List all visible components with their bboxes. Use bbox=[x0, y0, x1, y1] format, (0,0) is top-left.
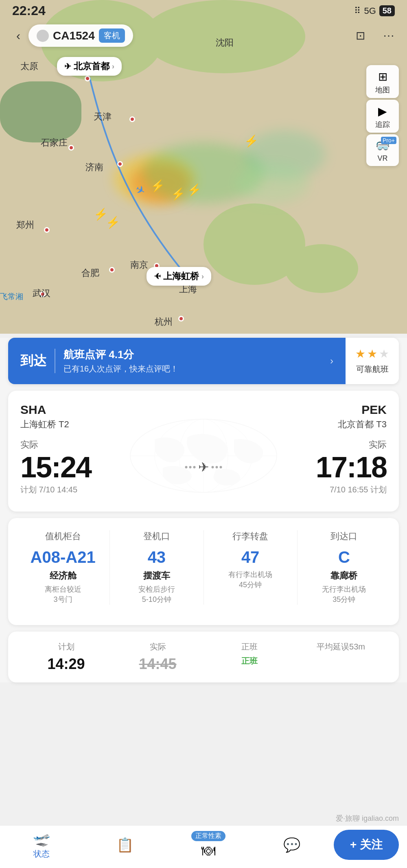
footer-planned: 计划 14:29 bbox=[20, 641, 112, 673]
gate-sub: 摆渡车 bbox=[114, 570, 199, 582]
wuhan-label: 武汉 bbox=[33, 287, 50, 300]
bottom-navigation: 🛫 状态 📋 正常性素 🍽 💬 + 关注 bbox=[0, 825, 407, 868]
footer-planned-label: 计划 bbox=[20, 641, 112, 652]
tianjin-dot bbox=[129, 116, 135, 122]
flight-number: CA1524 bbox=[53, 29, 95, 42]
baggage-value: 47 bbox=[208, 548, 293, 566]
footer-actual: 实际 14:45 bbox=[112, 641, 204, 673]
arr-name: 北京首都 T3 bbox=[338, 418, 387, 431]
nav-service-item[interactable]: 正常性素 🍽 bbox=[167, 831, 250, 859]
dep-name: 上海虹桥 T2 bbox=[20, 418, 69, 431]
info-grid-card: 值机柜台 A08-A21 经济舱 离柜台较近 3号门 登机口 43 摆渡车 安检… bbox=[8, 518, 399, 625]
arrival-banner: 到达 航班点评 4.1分 已有16人次点评，快来点评吧！ › ★ ★ ★ 可靠航… bbox=[8, 338, 399, 384]
reliability-section[interactable]: ★ ★ ★ 可靠航班 bbox=[346, 338, 399, 384]
departure-airport-label[interactable]: ✈ 北京首都 › bbox=[57, 57, 122, 76]
hangzhou-label: 杭州 bbox=[155, 316, 173, 328]
checkin-value: A08-A21 bbox=[20, 548, 105, 566]
gate-desc2: 5-10分钟 bbox=[114, 595, 199, 605]
exit-value: C bbox=[302, 548, 387, 566]
follow-button[interactable]: + 关注 bbox=[334, 830, 399, 860]
arrival-review-section[interactable]: 到达 航班点评 4.1分 已有16人次点评，快来点评吧！ › bbox=[8, 338, 346, 384]
jinan-dot bbox=[117, 161, 123, 167]
baggage-desc2: 45分钟 bbox=[208, 580, 293, 590]
star-1: ★ bbox=[355, 347, 365, 361]
shijiazhuang-label: 石家庄 bbox=[41, 137, 68, 149]
vr-button[interactable]: Pro+ 🥽 VR bbox=[366, 134, 399, 166]
footer-actual-time: 14:45 bbox=[112, 656, 204, 673]
arrival-airport-label[interactable]: ✈ 上海虹桥 › bbox=[147, 267, 211, 286]
departure-chevron: › bbox=[112, 62, 114, 71]
checkin-sub: 经济舱 bbox=[20, 570, 105, 582]
exit-sub: 靠廊桥 bbox=[302, 570, 387, 582]
review-info: 航班点评 4.1分 已有16人次点评，快来点评吧！ bbox=[63, 348, 322, 374]
more-button[interactable]: ⋯ bbox=[379, 26, 399, 46]
svg-text:✈: ✈ bbox=[133, 182, 147, 198]
review-score: 航班点评 4.1分 bbox=[63, 348, 322, 362]
banner-divider bbox=[55, 349, 55, 373]
map-tools-panel: ⊞ 地图 ▶ 追踪 Pro+ 🥽 VR bbox=[366, 65, 399, 166]
footer-actual-label: 实际 bbox=[112, 641, 204, 652]
footer-delay-col: 平均延误53m bbox=[295, 641, 387, 673]
checkin-label: 值机柜台 bbox=[20, 530, 105, 542]
app-watermark: 爱·旅聊 igaliao.com bbox=[336, 813, 399, 823]
track-icon: ▶ bbox=[378, 105, 387, 118]
nav-chat-item[interactable]: 💬 bbox=[250, 837, 334, 853]
reliable-label: 可靠航班 bbox=[356, 364, 389, 375]
times-section: 实际 15:24 计划 7/10 14:45 ✈ 实际 17 bbox=[20, 439, 387, 495]
track-button[interactable]: ▶ 追踪 bbox=[366, 100, 399, 133]
feichang-label: 飞常湘 bbox=[0, 291, 23, 302]
grid-col-baggage: 行李转盘 47 有行李出机场 45分钟 bbox=[208, 530, 293, 605]
grid-col-checkin: 值机柜台 A08-A21 经济舱 离柜台较近 3号门 bbox=[20, 530, 105, 605]
route-dots-right bbox=[212, 466, 222, 468]
tianjin-label: 天津 bbox=[94, 111, 112, 123]
flight-info-card: SHA 上海虹桥 T2 PEK 北京首都 T3 实际 15:24 计划 7/10… bbox=[8, 391, 399, 512]
plane-icon: ✈ bbox=[198, 459, 209, 475]
battery-indicator: 58 bbox=[379, 5, 395, 16]
service-badge: 正常性素 bbox=[191, 831, 225, 841]
status-icons: ⠿ 5G 58 bbox=[354, 5, 395, 16]
grid-labels-row: 值机柜台 A08-A21 经济舱 离柜台较近 3号门 登机口 43 摆渡车 安检… bbox=[20, 530, 387, 605]
departure-time-block: 实际 15:24 计划 7/10 14:45 bbox=[20, 439, 204, 495]
flight-badge: CA1524 客机 bbox=[28, 24, 133, 47]
back-button[interactable]: ‹ bbox=[8, 26, 28, 46]
status-bar: 22:24 ⠿ 5G 58 bbox=[0, 0, 407, 22]
nanjing-label: 南京 bbox=[130, 259, 148, 271]
gate-label: 登机口 bbox=[114, 530, 199, 542]
pro-badge: Pro+ bbox=[381, 137, 396, 144]
signal-icon: ⠿ bbox=[354, 6, 361, 16]
service-nav-icon: 🍽 bbox=[201, 843, 215, 859]
footer-status-value: 正班 bbox=[204, 656, 295, 667]
footer-status-col: 正班 正班 bbox=[204, 641, 295, 673]
map-layers-button[interactable]: ⊞ 地图 bbox=[366, 65, 399, 98]
nav-status-item[interactable]: 🛫 状态 bbox=[0, 831, 83, 859]
share-button[interactable]: ⊡ bbox=[350, 26, 370, 46]
baggage-label: 行李转盘 bbox=[208, 530, 293, 542]
grid-col-gate: 登机口 43 摆渡车 安检后步行 5-10分钟 bbox=[114, 530, 199, 605]
arr-planned-time: 7/10 16:55 计划 bbox=[204, 484, 387, 495]
map-view[interactable]: ⚡ ⚡ ⚡ ⚡ ⚡ ⚡ ✈ 沈阳 天津 石家庄 太原 济南 郑州 合肥 南京 上… bbox=[0, 0, 407, 334]
content-area: 到达 航班点评 4.1分 已有16人次点评，快来点评吧！ › ★ ★ ★ 可靠航… bbox=[0, 338, 407, 682]
arrival-chevron: › bbox=[201, 272, 204, 281]
dep-planned-time: 计划 7/10 14:45 bbox=[20, 484, 204, 495]
checkin-desc1: 离柜台较近 bbox=[20, 584, 105, 595]
layers-icon: ⊞ bbox=[378, 70, 387, 83]
exit-desc1: 无行李出机场 bbox=[302, 584, 387, 595]
arrival-info: PEK 北京首都 T3 bbox=[338, 403, 387, 431]
star-rating: ★ ★ ★ bbox=[355, 347, 389, 361]
nav-schedule-item[interactable]: 📋 bbox=[83, 837, 167, 853]
grid-divider-2 bbox=[204, 530, 204, 605]
vr-label: VR bbox=[377, 154, 387, 163]
exit-label: 到达口 bbox=[302, 530, 387, 542]
zhengzhou-label: 郑州 bbox=[16, 219, 34, 231]
hefei-dot bbox=[109, 267, 115, 273]
footer-status-label: 正班 bbox=[204, 641, 295, 652]
network-type: 5G bbox=[364, 6, 376, 16]
footer-schedule-row: 计划 14:29 实际 14:45 正班 正班 平均延误53m bbox=[8, 632, 399, 682]
route-dots-left bbox=[185, 466, 196, 468]
flight-type-tag: 客机 bbox=[99, 28, 125, 43]
gate-desc1: 安检后步行 bbox=[114, 584, 199, 595]
arrival-time-block: 实际 17:18 7/10 16:55 计划 bbox=[204, 439, 387, 495]
beijing-dot bbox=[85, 76, 90, 81]
navigation-bar: ‹ CA1524 客机 ⊡ ⋯ bbox=[0, 24, 407, 47]
hangzhou-dot bbox=[178, 316, 184, 321]
